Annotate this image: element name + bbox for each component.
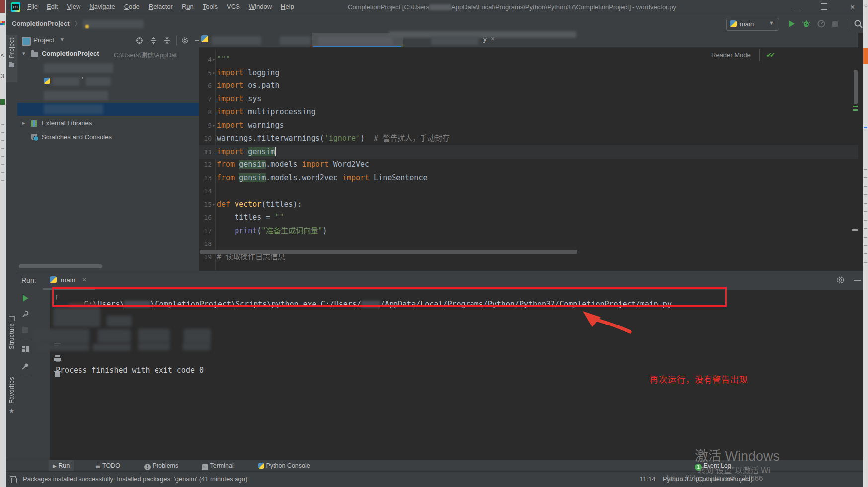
code-line[interactable]: 15▾def vector(titles):	[199, 198, 858, 211]
print-icon[interactable]	[54, 355, 62, 363]
code-line[interactable]: 14	[199, 184, 858, 198]
scratches-icon	[31, 134, 37, 140]
line-number[interactable]: 12	[199, 158, 212, 171]
hide-panel-icon[interactable]	[854, 280, 861, 281]
line-number[interactable]: 9	[199, 119, 212, 132]
tree-row-root[interactable]: ▾ CompletionProject C:\Users\谢儒\AppDat	[17, 48, 199, 61]
status-interpreter[interactable]: Python 3.7 (CompletionProject)	[663, 475, 753, 483]
menu-vcs[interactable]: VCS	[222, 0, 244, 13]
pin-icon[interactable]	[21, 362, 29, 370]
code-line[interactable]: 13from gensim.models.word2vec import Lin…	[199, 171, 858, 185]
caret-right-icon[interactable]: ▸	[22, 120, 25, 126]
editor-tab-4[interactable]: y ×	[427, 33, 508, 47]
wrench-icon[interactable]	[21, 310, 29, 318]
toolwindow-button-run[interactable]: ▶ Run	[49, 460, 74, 472]
horizontal-scrollbar[interactable]	[19, 264, 102, 268]
menu-view[interactable]: View	[62, 0, 85, 13]
line-number[interactable]: 15	[199, 198, 212, 211]
line-number[interactable]: 14	[199, 184, 212, 198]
code-line[interactable]: 6import os.path	[199, 79, 858, 92]
menu-edit[interactable]: Edit	[42, 0, 62, 13]
code-line[interactable]: 7import sys	[199, 92, 858, 106]
gear-icon[interactable]	[181, 37, 189, 44]
fold-marker-icon[interactable]: ▾	[212, 53, 215, 66]
menu-window[interactable]: Window	[244, 0, 276, 13]
code-line[interactable]: 5▾import logging	[199, 66, 858, 80]
menu-refactor[interactable]: Refactor	[144, 0, 177, 13]
sidebar-item-favorites[interactable]: Favorites ★	[6, 377, 17, 436]
line-number[interactable]: 10	[199, 132, 212, 145]
code-text: import logging	[217, 66, 279, 80]
tree-row-selected[interactable]	[17, 103, 199, 116]
line-number[interactable]: 11	[199, 145, 212, 159]
event-log-button[interactable]: 1 Event Log	[691, 460, 735, 472]
project-tool-icon	[22, 37, 31, 46]
line-number[interactable]: 7	[199, 92, 212, 106]
collapse-all-icon[interactable]	[163, 37, 171, 44]
rerun-button[interactable]	[21, 294, 29, 302]
project-panel-title[interactable]: Project	[33, 36, 54, 44]
code-line[interactable]: 8import multiprocessing	[199, 105, 858, 119]
redacted-tab[interactable]	[212, 36, 261, 45]
sidebar-item-project[interactable]: Project	[6, 35, 17, 82]
breadcrumb-root[interactable]: CompletionProject	[12, 20, 70, 27]
toolwindow-button-python-console[interactable]: Python Console	[254, 460, 314, 472]
expand-all-icon[interactable]	[150, 37, 157, 44]
code-line[interactable]: 4▾"""	[199, 53, 858, 66]
search-everywhere-icon[interactable]	[854, 19, 863, 29]
debug-button[interactable]	[802, 19, 811, 28]
gear-icon[interactable]	[836, 276, 845, 284]
status-message[interactable]: Packages installed successfully: Install…	[23, 475, 247, 483]
menu-run[interactable]: Run	[177, 0, 198, 13]
line-number[interactable]: 13	[199, 171, 212, 185]
line-number[interactable]: 18	[199, 237, 212, 250]
line-number[interactable]: 5	[199, 66, 212, 80]
menu-tools[interactable]: Tools	[198, 0, 222, 13]
menu-navigate[interactable]: Navigate	[85, 0, 119, 13]
code-line[interactable]: 12from gensim.models import Word2Vec	[199, 158, 858, 171]
stop-button[interactable]	[832, 21, 838, 27]
line-number[interactable]: 16	[199, 211, 212, 224]
maximize-button[interactable]	[813, 0, 835, 15]
toolwindow-button-problems[interactable]: ! Problems	[140, 460, 182, 472]
caret-down-icon[interactable]: ▾	[22, 50, 25, 57]
background-app-left-sliver: < 3	[0, 0, 6, 487]
close-icon[interactable]: ×	[82, 276, 86, 284]
minimize-button[interactable]: —	[785, 0, 807, 15]
close-icon[interactable]: ×	[491, 35, 495, 43]
line-number[interactable]: 6	[199, 79, 212, 92]
restore-layout-icon[interactable]	[21, 345, 29, 353]
code-line[interactable]: 16 titles = ""	[199, 211, 858, 224]
code-line[interactable]: 9▾import warnings	[199, 119, 858, 132]
bg-right-orange-button	[863, 48, 868, 64]
redacted-tree-item	[86, 77, 111, 86]
fold-marker-icon[interactable]: ▾	[212, 198, 215, 211]
tree-row-scratches[interactable]: Scratches and Consoles	[17, 131, 199, 144]
close-button[interactable]: ×	[841, 0, 864, 15]
line-number[interactable]: 4	[199, 53, 212, 66]
redacted-tab[interactable]	[280, 36, 311, 45]
run-config-selector[interactable]: main ▼	[726, 18, 779, 31]
text-caret	[275, 147, 276, 156]
menu-help[interactable]: Help	[276, 0, 299, 13]
toolwindow-switcher-icon[interactable]	[10, 476, 16, 482]
code-line[interactable]: 17 print("准备生成词向量")	[199, 224, 858, 238]
toolwindow-button-todo[interactable]: ≣ TODO	[91, 460, 124, 472]
code-line[interactable]: 10warnings.filterwarnings('ignore') # 警告…	[199, 132, 858, 145]
chevron-down-icon[interactable]: ▼	[60, 37, 65, 42]
code-line[interactable]: 18	[199, 237, 858, 250]
profiler-button[interactable]	[817, 19, 826, 28]
toolwindow-button-terminal[interactable]: ›_ Terminal	[198, 460, 237, 472]
line-number[interactable]: 8	[199, 105, 212, 119]
fold-marker-icon[interactable]: ▾	[212, 66, 215, 80]
run-button[interactable]	[787, 19, 796, 28]
code-line[interactable]: 11import gensim	[199, 145, 858, 159]
locate-file-icon[interactable]	[136, 37, 143, 44]
sidebar-item-structure[interactable]: Structure	[6, 316, 17, 371]
horizontal-scrollbar[interactable]	[200, 250, 577, 254]
line-number[interactable]: 17	[199, 224, 212, 238]
fold-marker-icon[interactable]: ▾	[212, 119, 215, 132]
menu-file[interactable]: File	[23, 0, 42, 13]
tree-row-external-libraries[interactable]: ▸ External Libraries	[17, 117, 199, 130]
menu-code[interactable]: Code	[120, 0, 144, 13]
